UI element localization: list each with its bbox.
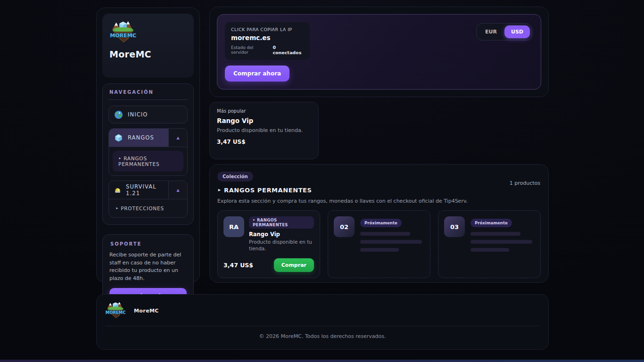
header-card: CLICK PARA COPIAR LA IP moremc.es Estado… [209,7,549,97]
hero-banner: CLICK PARA COPIAR LA IP moremc.es Estado… [217,14,541,90]
moremc-logo-icon: MOREMC [105,301,126,321]
sidebar-item-rangos-permanentes[interactable]: ‣ RANGOS PERMANENTES [113,151,183,172]
moremc-logo-icon: MOREMC [109,20,137,45]
chevron-up-icon[interactable]: ▲ [168,129,187,147]
svg-text:MOREMC: MOREMC [110,33,136,39]
sidebar-item-survival[interactable]: SURVIVAL 1.21 ▲ [109,181,187,199]
currency-toggle: EUR USD [476,23,532,41]
popular-description: Producto disponible en tu tienda. [217,127,311,133]
page: MOREMC MoreMC NAVEGACIÓN INICIO [0,0,644,362]
server-status-row: Estado del servidor 0 conectados [231,45,304,55]
navigation-panel: NAVEGACIÓN INICIO [102,83,194,225]
footer-brand-name: MoreMC [134,308,159,314]
footer: MOREMC MoreMC © 2026 MoreMC. Todos los d… [96,294,549,350]
server-status-value: 0 conectados [272,45,304,55]
collection-title: ‣ RANGOS PERMANENTES [217,187,541,194]
currency-eur-button[interactable]: EUR [479,25,504,38]
collection-description: Explora esta sección y compra tus rangos… [217,198,541,204]
sidebar: MOREMC MoreMC NAVEGACIÓN INICIO [96,8,200,283]
product-grid: RA ‣ RANGOS PERMANENTES Rango Vip Produc… [217,210,541,278]
popular-badge: Más popular [217,108,311,114]
product-avatar: RA [223,216,244,237]
buy-now-button[interactable]: Comprar ahora [225,66,289,82]
placeholder-card: 02 Próximamente [328,210,430,278]
placeholder-number: 02 [334,216,355,237]
product-price: 3,47 US$ [223,262,253,269]
currency-usd-button[interactable]: USD [504,25,530,38]
popular-title: Rango Vip [217,117,311,124]
product-description: Producto disponible en tu tienda. [249,239,314,252]
collection-badge: Colección [217,172,253,181]
popular-product-card[interactable]: Más popular Rango Vip Producto disponibl… [209,102,319,159]
sidebar-item-label: RANGOS [128,134,154,141]
product-title: Rango Vip [249,231,314,238]
support-text: Recibe soporte de parte del staff en cas… [109,251,187,282]
sidebar-group-survival: SURVIVAL 1.21 ▲ ‣ PROTECCIONES [108,181,188,218]
copyright-text: © 2026 MoreMC. Todos los derechos reserv… [105,333,540,339]
ice-block-icon [114,133,123,142]
skeleton-bar [360,240,422,244]
coming-soon-badge: Próximamente [360,219,402,227]
chevron-up-icon[interactable]: ▲ [168,181,187,199]
collection-product-count: 1 productos [510,180,540,186]
sidebar-subitems: ‣ RANGOS PERMANENTES [109,147,187,175]
collection-section: Colección 1 productos ‣ RANGOS PERMANENT… [209,164,549,283]
globe-icon [114,110,123,119]
svg-text:MOREMC: MOREMC [106,310,125,315]
skeleton-bar [471,232,520,236]
server-ip: moremc.es [231,34,304,41]
sidebar-item-rangos[interactable]: RANGOS ▲ [109,129,187,147]
product-category-badge: ‣ RANGOS PERMANENTES [249,216,314,229]
skeleton-bar [471,240,532,244]
product-card[interactable]: RA ‣ RANGOS PERMANENTES Rango Vip Produc… [217,210,320,278]
sidebar-item-label: SURVIVAL 1.21 [126,183,163,197]
placeholder-number: 03 [444,216,465,237]
brand-name: MoreMC [109,49,187,59]
skeleton-bar [360,248,399,252]
sidebar-item-label: INICIO [128,111,148,118]
buy-button[interactable]: Comprar [274,258,314,272]
copy-ip-box[interactable]: CLICK PARA COPIAR LA IP moremc.es Estado… [225,22,310,60]
sidebar-item-inicio[interactable]: INICIO [108,106,188,123]
sidebar-item-protecciones[interactable]: ‣ PROTECCIONES [109,199,187,217]
navigation-heading: NAVEGACIÓN [108,90,188,95]
bottom-accent-bar [0,360,644,362]
skeleton-bar [471,248,509,252]
nav-divider [108,99,188,100]
skeleton-bar [360,232,410,236]
popular-price: 3,47 US$ [217,139,311,145]
sidebar-group-rangos: RANGOS ▲ ‣ RANGOS PERMANENTES [108,128,188,176]
copy-ip-label: CLICK PARA COPIAR LA IP [231,27,304,32]
server-status-label: Estado del servidor [231,45,269,55]
coming-soon-badge: Próximamente [471,219,512,227]
placeholder-card: 03 Próximamente [438,210,541,278]
footer-divider [105,326,540,326]
brand-card: MOREMC MoreMC [102,14,194,78]
helmet-icon [114,186,121,195]
support-heading: SOPORTE [109,241,187,247]
